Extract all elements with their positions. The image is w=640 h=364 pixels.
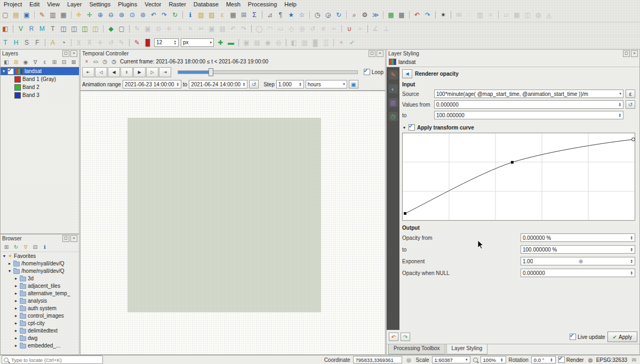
menu-processing[interactable]: Processing	[244, 1, 281, 7]
loop-checkbox[interactable]	[364, 69, 370, 75]
spin-arrows-icon[interactable]: ▲▼	[629, 236, 633, 240]
histogram-tab-icon[interactable]: ▥	[389, 98, 398, 107]
step-forward-button[interactable]: ▷	[146, 67, 158, 77]
redo-edit-icon[interactable]: ↷	[239, 24, 249, 34]
reshape-icon[interactable]: ≈	[329, 24, 339, 34]
current-frame-clock-icon[interactable]: ◷	[110, 58, 118, 66]
scale-combo[interactable]: 1:60387 ▾	[432, 356, 470, 363]
expander-icon[interactable]: ▾	[7, 269, 12, 273]
redo-icon[interactable]: ↷	[423, 10, 433, 20]
snapping-icon[interactable]: ∪	[345, 24, 354, 34]
python-console-icon[interactable]: ≫	[371, 10, 380, 20]
menu-layer[interactable]: Layer	[63, 1, 86, 7]
show-hidden-labels-icon[interactable]: ⊼	[85, 38, 94, 47]
menu-plugins[interactable]: Plugins	[114, 1, 141, 7]
temporal-controller-icon[interactable]: ◶	[323, 10, 333, 20]
styling-panel-close-button[interactable]: ×	[631, 50, 638, 57]
browser-item[interactable]: ▾ /home/nyall/dev/Q	[1, 267, 79, 274]
add-group-icon[interactable]: ⊞	[12, 58, 20, 66]
pan-to-selection-icon[interactable]: ✛	[85, 10, 94, 20]
add-mesh-layer-icon[interactable]: M	[37, 24, 47, 34]
zoom-out-icon[interactable]: ⊖	[106, 10, 116, 20]
spin-arrows-icon[interactable]: ▲▼	[174, 82, 179, 87]
crs-indicator[interactable]: ◍ EPSG:32633	[587, 356, 627, 364]
step-unit-combo[interactable]: hours ▾	[306, 80, 347, 88]
menu-database[interactable]: Database	[190, 1, 222, 7]
font-unit-combo[interactable]: px ▾	[181, 38, 214, 47]
magnifier-spinbox[interactable]: 100% ▲▼	[481, 356, 506, 363]
browser-item[interactable]: ▸ /home/nyall/dev/Q	[1, 260, 79, 267]
map-tips-icon[interactable]: ¶	[276, 10, 285, 20]
refresh-browser-icon[interactable]: ↻	[12, 242, 20, 251]
cut-features-icon[interactable]: ✂	[196, 24, 206, 34]
animation-slider[interactable]	[178, 70, 358, 74]
fixed-range-navigation-icon[interactable]: ▭	[92, 58, 100, 66]
browser-item[interactable]: ▸ delimitedtext	[1, 327, 79, 334]
move-feature-icon[interactable]: ✛	[164, 24, 174, 34]
browser-item[interactable]: ▸ 3d	[1, 274, 79, 282]
render-checkbox[interactable]	[558, 357, 565, 363]
refresh-temporal-icon[interactable]: ↻	[334, 10, 343, 20]
zoom-full-icon[interactable]: ⊛	[117, 10, 126, 20]
styling-panel-float-button[interactable]: ◻	[623, 50, 630, 57]
layer-visibility-icon[interactable]: ◎	[274, 38, 283, 47]
browser-item[interactable]: ▸ dwg	[1, 334, 79, 342]
scalebar-icon[interactable]: ▬	[226, 38, 236, 47]
field-calculator-icon[interactable]: ⊞	[239, 10, 249, 20]
fill-color-swatch[interactable]: █	[143, 38, 153, 47]
symbology-tab-icon[interactable]: ✎	[389, 70, 398, 79]
spin-arrows-icon[interactable]: ▲▼	[617, 102, 621, 107]
add-spatialite-layer-icon[interactable]: ◫	[69, 24, 79, 34]
expander-icon[interactable]: ▸	[14, 276, 18, 281]
browser-item[interactable]: ▸ embedded_...	[1, 342, 79, 349]
new-project-icon[interactable]: ▢	[1, 10, 10, 20]
raster-tools-icon[interactable]: ▦	[512, 10, 522, 20]
back-button[interactable]: ◀	[402, 69, 412, 78]
font-size-spinbox[interactable]: 12 ▲▼	[154, 38, 179, 47]
add-wms-layer-icon[interactable]: ◫	[80, 24, 90, 34]
map-theme-icon[interactable]: ◉	[263, 38, 273, 47]
copy-style-icon[interactable]: ▣	[242, 38, 251, 47]
georeferencer-icon[interactable]: ⌗	[486, 10, 495, 20]
menu-project[interactable]: Project	[0, 1, 26, 7]
temporal-tab-icon[interactable]: ◷	[389, 112, 398, 121]
spin-arrows-icon[interactable]: ▲▼	[629, 271, 633, 276]
show-bookmarks-icon[interactable]: ☆	[297, 10, 307, 20]
locator-icon[interactable]: ⌕	[349, 10, 359, 20]
add-xyz-layer-icon[interactable]: ◫	[91, 24, 100, 34]
expander-icon[interactable]: ▸	[14, 284, 18, 288]
toggle-editing-icon[interactable]: ✎	[132, 24, 142, 34]
step-spinbox[interactable]: 1.000 ▲▼	[276, 80, 304, 88]
browser-item[interactable]: ▸ alternative_temp_	[1, 289, 79, 297]
browser-item[interactable]: ▸ auth system	[1, 304, 79, 312]
spin-arrows-icon[interactable]: ▲▼	[499, 358, 503, 362]
refresh-map-icon[interactable]: ↻	[170, 10, 180, 20]
digitize-regular-polygon-icon[interactable]: ◇	[286, 24, 296, 34]
exponent-spinbox[interactable]: 1.00 ⊗ ▲▼	[521, 257, 635, 265]
expression-builder-button[interactable]: ε	[626, 90, 635, 98]
source-expression-combo[interactable]: 100*minute(age( @map_start_time, @animat…	[434, 90, 623, 98]
skip-to-end-button[interactable]: ⇥	[159, 67, 171, 77]
select-features-icon[interactable]: ▧	[196, 10, 206, 20]
map-canvas[interactable]	[80, 91, 386, 355]
local-histogram-icon[interactable]: ▓	[310, 38, 320, 47]
full-histogram-icon[interactable]: ▒	[321, 38, 331, 47]
spin-arrows-icon[interactable]: ▲▼	[629, 247, 633, 252]
opacity-null-spinbox[interactable]: 0.000000 ▲▼	[521, 269, 635, 277]
undo-style-button[interactable]: ↶	[389, 333, 398, 341]
browser-panel-close-button[interactable]: ×	[70, 235, 77, 242]
expander-icon[interactable]: ▸	[14, 336, 18, 341]
export-animation-icon[interactable]: ▣	[349, 80, 358, 88]
change-label-icon[interactable]: ✎	[117, 38, 126, 47]
band-item[interactable]: Band 2	[1, 83, 79, 91]
attribute-table-icon[interactable]: ▦	[228, 10, 238, 20]
browser-item[interactable]: ▸ cpt-city	[1, 319, 79, 327]
undo-icon[interactable]: ↶	[412, 10, 422, 20]
zoom-in-icon[interactable]: ⊕	[95, 10, 105, 20]
temporal-navigation-off-icon[interactable]: ×	[83, 58, 91, 66]
opacity-curve[interactable]	[405, 140, 631, 214]
add-feature-icon[interactable]: ⊙	[154, 24, 163, 34]
expand-all-icon[interactable]: ⊞	[50, 58, 59, 66]
move-label-icon[interactable]: ✛	[95, 38, 105, 47]
step-back-button[interactable]: ◁	[95, 67, 107, 77]
